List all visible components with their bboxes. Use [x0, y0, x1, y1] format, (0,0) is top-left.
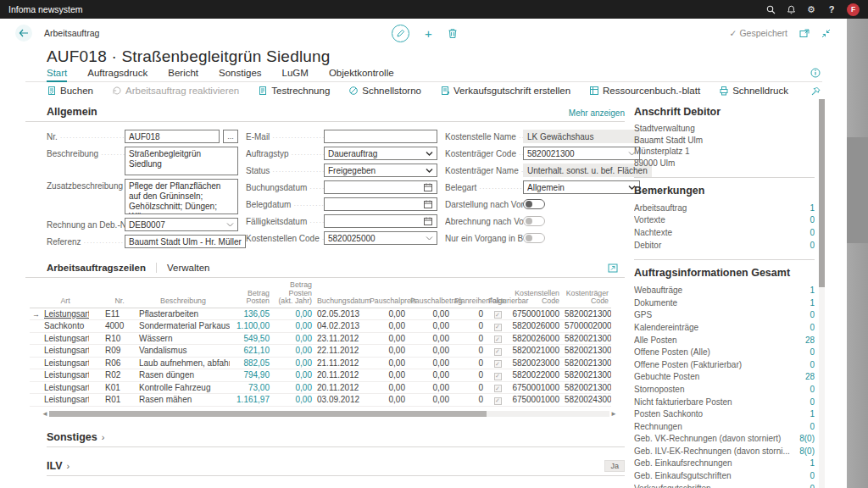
- cell-betrag-posten[interactable]: 1.100,00: [230, 320, 272, 333]
- hscroll-thumb[interactable]: [49, 411, 487, 417]
- column-header-nr[interactable]: Nr.: [103, 280, 136, 308]
- horizontal-scrollbar[interactable]: ◄ ►: [41, 410, 618, 419]
- cell-art[interactable]: Leistungsart: [42, 369, 89, 382]
- input-field[interactable]: Freigegeben: [324, 164, 437, 177]
- input-field[interactable]: [324, 130, 437, 143]
- cell-betrag-posten[interactable]: 73,00: [230, 381, 272, 394]
- menu-tab-bericht[interactable]: Bericht: [168, 68, 198, 80]
- cell-art[interactable]: Leistungsart: [42, 394, 89, 407]
- cell-pauschalpreis[interactable]: 0,00: [367, 320, 408, 333]
- open-in-window-icon[interactable]: [799, 29, 810, 38]
- cell-beschreibung[interactable]: Rasen mähen: [136, 394, 230, 407]
- cell-kostentraeger-code[interactable]: 5820021300: [562, 345, 611, 358]
- cell-art[interactable]: Leistungsart: [42, 345, 89, 358]
- column-header-betrag-posten-akt-jahr[interactable]: Betrag Posten (akt. Jahr): [272, 280, 314, 308]
- toolbar-item-credit-memo[interactable]: Verkaufsgutschrift erstellen: [440, 86, 570, 96]
- chevron-down-icon[interactable]: [226, 222, 234, 227]
- cell-betrag-posten-jahr[interactable]: 0,00: [272, 332, 314, 345]
- input-field[interactable]: Pflege der Pflanzflächen auf den Grünins…: [125, 179, 238, 214]
- cell-kostenstellen-code[interactable]: 6750001000: [509, 394, 562, 407]
- factbox-title-auftragsinformationen-gesamt[interactable]: Auftragsinformationen Gesamt: [634, 267, 815, 279]
- cell-pauschalbetrag[interactable]: 0,00: [408, 394, 452, 407]
- help-icon[interactable]: ?: [821, 0, 842, 19]
- column-header-buchungsdatum[interactable]: Buchungsdatum: [314, 280, 367, 308]
- factbox-row-value[interactable]: 0: [810, 397, 815, 407]
- toggle-switch[interactable]: [523, 199, 545, 209]
- notifications-bell-icon[interactable]: [781, 0, 801, 19]
- cell-planreihenfolge[interactable]: 0: [452, 357, 486, 369]
- cell-pauschalpreis[interactable]: 0,00: [367, 308, 408, 320]
- cell-art[interactable]: Leistungsart: [42, 308, 89, 320]
- input-field[interactable]: AUF018: [125, 130, 220, 143]
- cell-nr[interactable]: R09: [103, 345, 136, 358]
- factbox-title-anschrift-debitor[interactable]: Anschrift Debitor: [634, 106, 815, 118]
- cell-pauschalpreis[interactable]: 0,00: [367, 345, 408, 358]
- factbox-row-value[interactable]: 0: [810, 215, 815, 225]
- calendar-icon[interactable]: [423, 199, 433, 209]
- cell-nr[interactable]: R10: [103, 332, 136, 345]
- cell-nr[interactable]: R01: [103, 394, 136, 407]
- factbox-row-value[interactable]: 0: [810, 323, 815, 332]
- factbox-row-value[interactable]: 0: [810, 422, 815, 431]
- cell-kostentraeger-code[interactable]: 5820021300: [562, 332, 611, 345]
- cell-art[interactable]: Leistungsart: [42, 381, 89, 394]
- cell-planreihenfolge[interactable]: 0: [452, 308, 486, 320]
- column-header-fakturierbar[interactable]: Fakturierbar: [486, 280, 509, 308]
- factbox-row-value[interactable]: 28: [805, 336, 815, 345]
- cell-betrag-posten[interactable]: 136,05: [230, 308, 272, 320]
- menu-tab-lugm[interactable]: LuGM: [282, 68, 309, 80]
- factbox-row-value[interactable]: 8(0): [799, 434, 815, 443]
- input-field[interactable]: DEB0007: [125, 218, 238, 231]
- input-field[interactable]: [324, 214, 437, 228]
- tab-verwalten[interactable]: Verwalten: [157, 263, 210, 273]
- cell-kostentraeger-code[interactable]: 5820021300: [562, 369, 611, 382]
- cell-betrag-posten-jahr[interactable]: 0,00: [272, 394, 314, 407]
- input-field[interactable]: 5820025000: [324, 231, 437, 245]
- settings-gear-icon[interactable]: ⚙: [801, 0, 821, 19]
- factbox-row-value[interactable]: 1: [810, 458, 815, 468]
- cell-betrag-posten-jahr[interactable]: 0,00: [272, 320, 314, 333]
- cell-pauschalbetrag[interactable]: 0,00: [408, 357, 452, 369]
- factbox-row-value[interactable]: 1: [810, 409, 815, 419]
- cell-planreihenfolge[interactable]: 0: [452, 369, 486, 382]
- hscroll-track[interactable]: [49, 411, 609, 417]
- fasttab-ilv[interactable]: ILV›Ja: [47, 460, 625, 476]
- cell-beschreibung[interactable]: Vandalismus: [136, 345, 230, 358]
- cell-kostenstellen-code[interactable]: 6750001000: [509, 381, 562, 394]
- column-header-planreihenfolge[interactable]: Planreihenfolge: [452, 280, 486, 308]
- cell-pauschalpreis[interactable]: 0,00: [367, 332, 408, 345]
- cell-art[interactable]: Sachkonto: [42, 320, 89, 333]
- factbox-row-value[interactable]: 0: [810, 484, 815, 488]
- cell-buchungsdatum[interactable]: 20.11.2012: [314, 369, 367, 382]
- factbox-row-value[interactable]: 1: [810, 286, 815, 295]
- input-field[interactable]: Straßenbegleitgrün Siedlung: [125, 147, 238, 175]
- new-plus-icon[interactable]: +: [425, 26, 432, 41]
- tab-arbeitsauftragszeilen[interactable]: Arbeitsauftragszeilen: [47, 263, 157, 273]
- input-field[interactable]: Bauamt Stadt Ulm - Hr. Müller: [125, 235, 246, 248]
- factbox-scrollbar-thumb[interactable]: [819, 99, 825, 287]
- cell-betrag-posten[interactable]: 882,05: [230, 357, 272, 369]
- breadcrumb[interactable]: Arbeitsauftrag: [44, 28, 99, 38]
- input-field[interactable]: Dauerauftrag: [324, 147, 437, 160]
- cell-beschreibung[interactable]: Sondermaterial Parkausst...: [136, 320, 230, 333]
- cell-beschreibung[interactable]: Laub aufnehmen, abfahren: [136, 357, 230, 369]
- menu-tab-objektkontrolle[interactable]: Objektkontrolle: [329, 68, 394, 80]
- cell-betrag-posten[interactable]: 794,90: [230, 369, 272, 382]
- toolbar-item-post[interactable]: Buchen: [47, 86, 93, 96]
- factbox-row-value[interactable]: 0: [810, 241, 815, 250]
- select-caret-icon[interactable]: [426, 151, 433, 156]
- delete-trash-icon[interactable]: [448, 28, 458, 39]
- cell-beschreibung[interactable]: Wässern: [136, 332, 230, 345]
- cell-nr[interactable]: R06: [103, 357, 136, 369]
- cell-pauschalbetrag[interactable]: 0,00: [408, 320, 452, 333]
- cell-nr[interactable]: K01: [103, 381, 136, 394]
- cell-betrag-posten-jahr[interactable]: 0,00: [272, 308, 314, 320]
- cell-pauschalbetrag[interactable]: 0,00: [408, 308, 452, 320]
- factbox-row-value[interactable]: 0: [810, 385, 815, 394]
- factbox-title-bemerkungen[interactable]: Bemerkungen: [634, 185, 815, 197]
- cell-kostenstellen-code[interactable]: 5820022000: [509, 369, 562, 382]
- factbox-row-value[interactable]: 28: [805, 372, 815, 381]
- cell-betrag-posten-jahr[interactable]: 0,00: [272, 381, 314, 394]
- menu-tab-sonstiges[interactable]: Sonstiges: [219, 68, 262, 80]
- collapse-focus-icon[interactable]: [821, 29, 831, 38]
